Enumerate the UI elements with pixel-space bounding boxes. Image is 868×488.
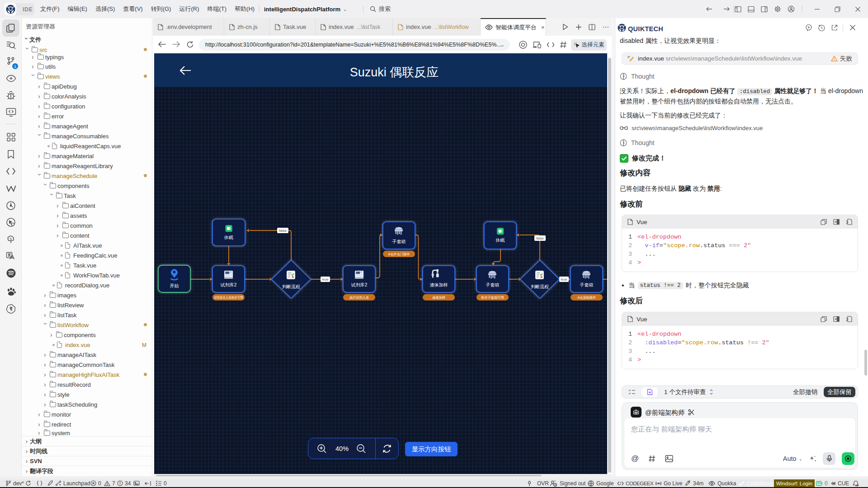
svg-text:false: false [279, 229, 287, 233]
svg-text:true: true [561, 277, 567, 282]
svg-text:1: 1 [14, 64, 16, 69]
svg-text:false: false [536, 236, 544, 240]
svg-text:休眠: 休眠 [224, 235, 233, 240]
svg-text:执行试剂入库: 执行试剂入库 [349, 296, 369, 300]
svg-text:试剂库出入库检查可用: 试剂库出入库检查可用 [214, 296, 243, 300]
svg-text:判断流程: 判断流程 [282, 284, 300, 289]
svg-text:液体加样: 液体加样 [432, 296, 445, 300]
svg-text:试剂库2: 试剂库2 [220, 282, 237, 287]
svg-text:true: true [322, 277, 329, 282]
svg-text:A仓外仓门操作: A仓外仓门操作 [388, 252, 410, 256]
svg-text:子套箱: 子套箱 [486, 282, 500, 287]
svg-text:子套箱: 子套箱 [392, 239, 406, 244]
svg-text:试剂库2: 试剂库2 [351, 282, 368, 287]
svg-text:A仓流程操作: A仓流程操作 [577, 296, 596, 300]
svg-text:休眠: 休眠 [495, 238, 505, 243]
svg-text:液体加样: 液体加样 [430, 282, 448, 287]
svg-text:子套箱: 子套箱 [580, 282, 594, 287]
svg-text:开始: 开始 [170, 283, 179, 288]
svg-text:判断流程: 判断流程 [531, 284, 549, 289]
svg-text:检查子套箱可用: 检查子套箱可用 [481, 296, 504, 300]
